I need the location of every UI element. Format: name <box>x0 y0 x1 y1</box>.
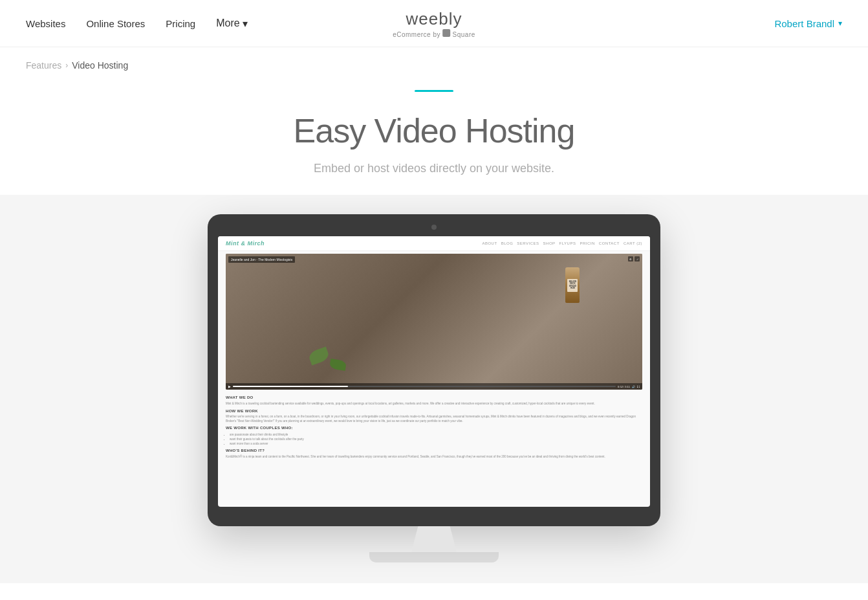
square-label: Square <box>453 31 475 38</box>
preview-logo: Mint & Mirch <box>226 240 265 247</box>
preview-nav-contact: CONTACT <box>599 241 620 245</box>
website-preview: Mint & Mirch ABOUT BLOG SERVICES SHOP FL… <box>218 236 650 507</box>
preview-progress-bar <box>233 386 616 387</box>
preview-leaf-decoration-2 <box>329 359 347 371</box>
preview-nav-pricin: PRICIN <box>580 241 594 245</box>
main-nav: Websites Online Stores Pricing More ▾ we… <box>0 0 868 47</box>
preview-section-4-heading: WHO'S BEHIND IT? <box>226 448 642 453</box>
preview-video-container: Jeanelle and Jon - The Modern Mixologist… <box>226 254 642 390</box>
preview-section-2-text: Whether we're serving in a forest, on a … <box>226 415 642 424</box>
monitor-wrapper: Mint & Mirch ABOUT BLOG SERVICES SHOP FL… <box>208 214 660 562</box>
nav-link-online-stores[interactable]: Online Stores <box>86 18 145 29</box>
preview-video-title: Jeanelle and Jon - The Modern Mixologist… <box>228 256 295 263</box>
monitor-body: Mint & Mirch ABOUT BLOG SERVICES SHOP FL… <box>208 214 660 526</box>
preview-play-button: ▶ <box>228 384 231 388</box>
square-icon <box>442 29 450 37</box>
nav-link-websites[interactable]: Websites <box>26 18 65 29</box>
preview-nav-about: ABOUT <box>482 241 497 245</box>
preview-settings-icon: ⚙ <box>628 256 633 261</box>
hero-subtitle: Embed or host videos directly on your we… <box>13 162 855 175</box>
monitor-screen: Mint & Mirch ABOUT BLOG SERVICES SHOP FL… <box>218 236 650 507</box>
user-chevron[interactable]: ▾ <box>838 19 842 28</box>
preview-bottle-text: BELOWDECKSPICEDRUM <box>569 281 576 289</box>
preview-expand-icon: ⤢ <box>635 256 640 261</box>
nav-link-pricing[interactable]: Pricing <box>166 18 195 29</box>
ecommerce-label: eCommerce by <box>393 31 442 38</box>
nav-more-dropdown[interactable]: More ▾ <box>216 17 247 30</box>
preview-nav-cart: CART (2) <box>624 241 642 245</box>
preview-section-1-heading: WHAT WE DO <box>226 395 642 400</box>
preview-time: 0:52 / 3:11 <box>618 385 630 388</box>
user-name[interactable]: Robert Brandl <box>774 18 834 29</box>
logo-sub: eCommerce by Square <box>393 29 475 38</box>
preview-section-1-text: Mint & Mirch is a traveling cocktail bar… <box>226 402 642 406</box>
preview-nav-flyups: FLYUPS <box>559 241 576 245</box>
breadcrumb-parent[interactable]: Features <box>26 60 61 71</box>
preview-list-item-3: want more than a soda server <box>230 441 642 446</box>
preview-section-3-heading: We work with couples who: <box>226 425 642 430</box>
hero-title: Easy Video Hosting <box>13 111 855 150</box>
stand-base <box>369 552 499 562</box>
preview-video-controls: ▶ 0:52 / 3:11 🔊 ⛶ <box>226 383 642 390</box>
hero-accent-line <box>415 90 453 92</box>
preview-volume-icon: 🔊 <box>632 385 635 388</box>
preview-nav-shop: SHOP <box>543 241 556 245</box>
preview-video-icons: ⚙ ⤢ <box>628 256 640 261</box>
preview-content: Jeanelle and Jon - The Modern Mixologist… <box>218 251 650 507</box>
preview-rum-bottle: BELOWDECKSPICEDRUM <box>565 267 580 303</box>
preview-fullscreen-icon: ⛶ <box>637 385 640 388</box>
preview-text-content: WHAT WE DO Mint & Mirch is a traveling c… <box>226 395 642 459</box>
preview-bottle-label: BELOWDECKSPICEDRUM <box>567 279 578 292</box>
nav-left-links: Websites Online Stores Pricing More ▾ <box>26 17 248 30</box>
preview-section-3-list: are passionate about their drinks and li… <box>226 432 642 447</box>
preview-nav-blog: BLOG <box>501 241 514 245</box>
preview-section-2-heading: HOW WE WORK <box>226 408 642 414</box>
preview-list-item-1: are passionate about their drinks and li… <box>230 432 642 437</box>
stand-neck <box>411 526 457 552</box>
breadcrumb-current: Video Hosting <box>72 60 128 71</box>
preview-section-4-text: Kori&Mirch® is a ninja team and content … <box>226 455 642 460</box>
hero-section: Easy Video Hosting Embed or host videos … <box>0 83 868 195</box>
logo-text: weebly <box>393 9 475 29</box>
nav-logo[interactable]: weebly eCommerce by Square <box>393 9 475 38</box>
monitor-camera <box>431 225 437 230</box>
preview-list-item-2: want their guests to talk about the cock… <box>230 437 642 441</box>
preview-progress-fill <box>233 386 348 387</box>
breadcrumb-separator: › <box>65 61 68 70</box>
nav-more-chevron: ▾ <box>243 17 248 30</box>
breadcrumb: Features › Video Hosting <box>0 47 868 83</box>
nav-user-area: Robert Brandl ▾ <box>774 18 842 29</box>
preview-nav: Mint & Mirch ABOUT BLOG SERVICES SHOP FL… <box>218 236 650 251</box>
preview-leaf-decoration-1 <box>307 347 330 366</box>
monitor-stand <box>208 526 660 562</box>
monitor-section: Mint & Mirch ABOUT BLOG SERVICES SHOP FL… <box>0 195 868 583</box>
nav-more-label: More <box>216 17 239 29</box>
preview-nav-services: SERVICES <box>517 241 539 245</box>
preview-nav-links: ABOUT BLOG SERVICES SHOP FLYUPS PRICIN C… <box>482 241 642 245</box>
preview-video-bg: Jeanelle and Jon - The Modern Mixologist… <box>226 254 642 390</box>
